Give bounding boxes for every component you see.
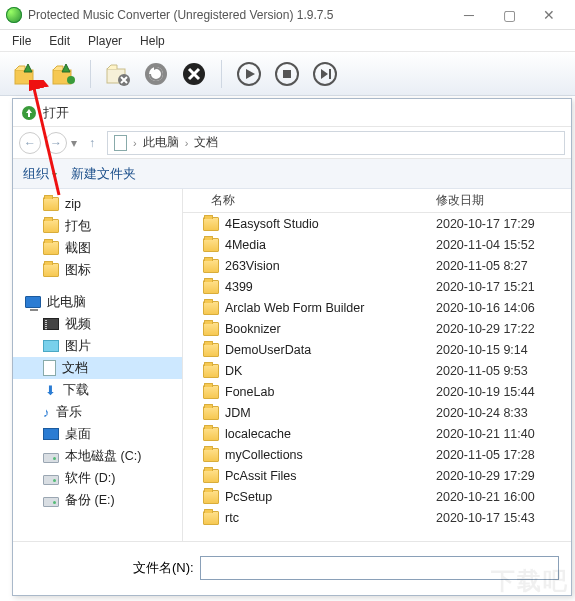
- chevron-icon: ›: [185, 137, 189, 149]
- maximize-button[interactable]: ▢: [489, 1, 529, 29]
- convert-button[interactable]: [139, 57, 173, 91]
- list-item[interactable]: PcSetup2020-10-21 16:00: [183, 486, 571, 507]
- stop-play-icon: [273, 60, 301, 88]
- file-name: 4399: [225, 280, 253, 294]
- dialog-icon: [21, 105, 37, 121]
- list-item[interactable]: DemoUserData2020-10-15 9:14: [183, 339, 571, 360]
- close-button[interactable]: ✕: [529, 1, 569, 29]
- command-bar: 组织 新建文件夹: [13, 159, 571, 189]
- file-name: myCollections: [225, 448, 303, 462]
- stop-convert-button[interactable]: [177, 57, 211, 91]
- list-item[interactable]: FoneLab2020-10-19 15:44: [183, 381, 571, 402]
- pathbar: ← → ▾ ↑ › 此电脑 › 文档: [13, 127, 571, 159]
- nav-up-button[interactable]: ↑: [81, 132, 103, 154]
- drive-icon: [43, 453, 59, 463]
- list-item[interactable]: 4Media2020-11-04 15:52: [183, 234, 571, 255]
- stop-icon: [180, 60, 208, 88]
- address-bar[interactable]: › 此电脑 › 文档: [107, 131, 565, 155]
- list-item[interactable]: localecache2020-10-21 11:40: [183, 423, 571, 444]
- tree-dl[interactable]: ⬇下载: [13, 379, 182, 401]
- list-item[interactable]: PcAssit Files2020-10-29 17:29: [183, 465, 571, 486]
- tree-video[interactable]: 视频: [13, 313, 182, 335]
- file-name: 263Vision: [225, 259, 280, 273]
- tree-dabao[interactable]: 打包: [13, 215, 182, 237]
- folder-icon: [203, 238, 219, 252]
- next-button[interactable]: [308, 57, 342, 91]
- list-item[interactable]: Booknizer2020-10-29 17:22: [183, 318, 571, 339]
- downloads-icon: ⬇: [43, 383, 57, 397]
- app-icon: [6, 7, 22, 23]
- crumb-root[interactable]: 此电脑: [143, 134, 179, 151]
- svg-point-2: [67, 76, 75, 84]
- folder-icon: [203, 448, 219, 462]
- menu-player[interactable]: Player: [80, 32, 130, 50]
- nav-fwd-button[interactable]: →: [45, 132, 67, 154]
- tree-doc[interactable]: 文档: [13, 357, 182, 379]
- dialog-footer: 文件名(N):: [13, 541, 571, 593]
- col-date[interactable]: 修改日期: [436, 192, 571, 209]
- file-name: PcSetup: [225, 490, 272, 504]
- convert-icon: [142, 60, 170, 88]
- list-item[interactable]: DK2020-11-05 9:53: [183, 360, 571, 381]
- list-item[interactable]: 43992020-10-17 15:21: [183, 276, 571, 297]
- folder-icon: [203, 364, 219, 378]
- tree-pic[interactable]: 图片: [13, 335, 182, 357]
- menubar: File Edit Player Help: [0, 30, 575, 52]
- tree-jietu[interactable]: 截图: [13, 237, 182, 259]
- filename-input[interactable]: [200, 556, 559, 580]
- list-item[interactable]: JDM2020-10-24 8:33: [183, 402, 571, 423]
- add-folder-button[interactable]: [46, 57, 80, 91]
- list-item[interactable]: Arclab Web Form Builder2020-10-16 14:06: [183, 297, 571, 318]
- add-file-button[interactable]: [8, 57, 42, 91]
- list-item[interactable]: myCollections2020-11-05 17:28: [183, 444, 571, 465]
- tree-drive-c[interactable]: 本地磁盘 (C:): [13, 445, 182, 467]
- file-date: 2020-10-29 17:29: [436, 469, 571, 483]
- file-name: Booknizer: [225, 322, 281, 336]
- filename-label: 文件名(N):: [133, 559, 194, 577]
- file-date: 2020-10-16 14:06: [436, 301, 571, 315]
- folder-icon: [203, 427, 219, 441]
- file-name: DK: [225, 364, 242, 378]
- file-name: FoneLab: [225, 385, 274, 399]
- separator: [90, 60, 91, 88]
- nav-history-button[interactable]: ▾: [71, 136, 77, 150]
- list-item[interactable]: 263Vision2020-11-05 8:27: [183, 255, 571, 276]
- tree-pc[interactable]: 此电脑: [13, 291, 182, 313]
- tree-tubiao[interactable]: 图标: [13, 259, 182, 281]
- minimize-button[interactable]: ─: [449, 1, 489, 29]
- nav-back-button[interactable]: ←: [19, 132, 41, 154]
- menu-help[interactable]: Help: [132, 32, 173, 50]
- file-name: JDM: [225, 406, 251, 420]
- remove-button[interactable]: [101, 57, 135, 91]
- list-item[interactable]: 4Easysoft Studio2020-10-17 17:29: [183, 213, 571, 234]
- video-icon: [43, 318, 59, 330]
- tree-drive-d[interactable]: 软件 (D:): [13, 467, 182, 489]
- folder-icon: [203, 259, 219, 273]
- tree-drive-e[interactable]: 备份 (E:): [13, 489, 182, 511]
- crumb-current[interactable]: 文档: [194, 134, 218, 151]
- window-title: Protected Music Converter (Unregistered …: [28, 8, 449, 22]
- tree-music[interactable]: ♪音乐: [13, 401, 182, 423]
- file-date: 2020-11-05 17:28: [436, 448, 571, 462]
- file-name: rtc: [225, 511, 239, 525]
- file-name: 4Media: [225, 238, 266, 252]
- file-date: 2020-10-17 15:21: [436, 280, 571, 294]
- tree-zip[interactable]: zip: [13, 193, 182, 215]
- col-name[interactable]: 名称: [183, 192, 436, 209]
- list-item[interactable]: rtc2020-10-17 15:43: [183, 507, 571, 528]
- menu-file[interactable]: File: [4, 32, 39, 50]
- documents-icon: [43, 360, 56, 376]
- folder-icon: [203, 301, 219, 315]
- new-folder-button[interactable]: 新建文件夹: [71, 165, 136, 183]
- nav-tree[interactable]: zip 打包 截图 图标 此电脑 视频 图片 文档 ⬇下载 ♪音乐 桌面 本地磁…: [13, 189, 183, 541]
- file-date: 2020-10-17 15:43: [436, 511, 571, 525]
- stop-play-button[interactable]: [270, 57, 304, 91]
- folder-icon: [43, 241, 59, 255]
- file-name: DemoUserData: [225, 343, 311, 357]
- organize-menu[interactable]: 组织: [23, 165, 57, 183]
- play-button[interactable]: [232, 57, 266, 91]
- file-list[interactable]: 名称 修改日期 4Easysoft Studio2020-10-17 17:29…: [183, 189, 571, 541]
- file-date: 2020-11-04 15:52: [436, 238, 571, 252]
- tree-desk[interactable]: 桌面: [13, 423, 182, 445]
- menu-edit[interactable]: Edit: [41, 32, 78, 50]
